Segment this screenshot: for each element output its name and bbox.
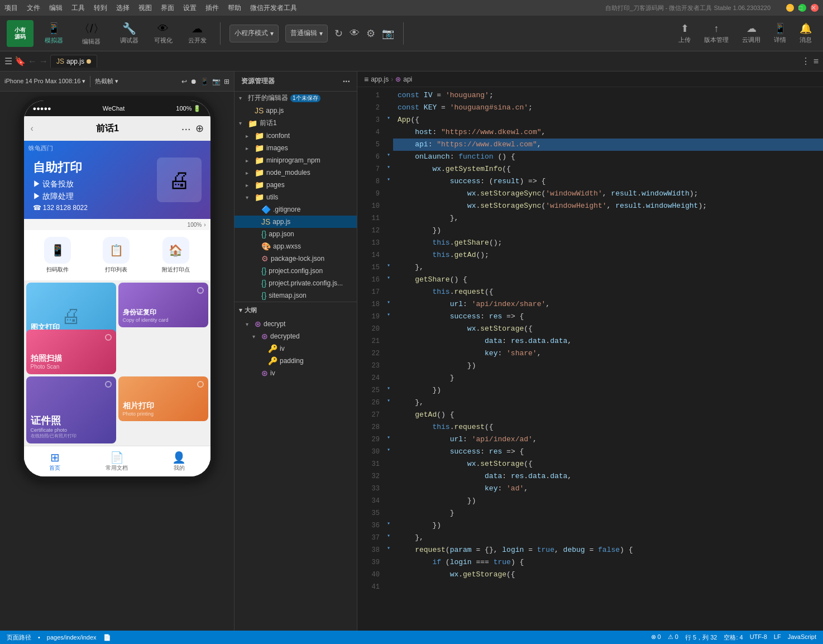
nav-home[interactable]: ⊞ 首页 bbox=[24, 446, 86, 476]
menu-item-weixin[interactable]: 微信开发者工具 bbox=[250, 3, 297, 13]
menu-item-file[interactable]: 文件 bbox=[27, 3, 40, 13]
feature-list[interactable]: 📋 打印列表 bbox=[103, 237, 130, 274]
back-ctrl[interactable]: ↩ bbox=[181, 78, 187, 85]
tree-sitemap[interactable]: {} sitemap.json bbox=[235, 289, 357, 302]
bookmark-icon[interactable]: 🔖 bbox=[15, 56, 26, 66]
fold-7[interactable]: ▾ bbox=[384, 161, 393, 173]
hotshot-btn[interactable]: 热截帧 ▾ bbox=[95, 77, 118, 85]
outline-decrypt[interactable]: ▾ ⊛ decrypt bbox=[235, 318, 357, 330]
tree-node-modules[interactable]: ▸ 📁 node_modules bbox=[235, 166, 357, 179]
window-close[interactable]: ✕ bbox=[811, 4, 819, 12]
nav-forward-icon[interactable]: → bbox=[39, 56, 48, 66]
menu-item-goto[interactable]: 转到 bbox=[94, 3, 107, 13]
record-ctrl[interactable]: ⏺ bbox=[190, 78, 197, 85]
mode-dropdown[interactable]: 小程序模式 ▾ bbox=[229, 25, 279, 42]
grid-cert-photo[interactable]: 证件照 Certificate photo 在线拍照/已有照片打印 bbox=[26, 376, 116, 443]
preview-btn[interactable]: ☁ 云调用 bbox=[738, 20, 765, 46]
tree-projectprivate[interactable]: {} project.private.config.js... bbox=[235, 277, 357, 289]
file-explorer-more[interactable]: ··· bbox=[343, 77, 350, 87]
device-selector[interactable]: iPhone 14 Pro Max 1008:16 ▾ bbox=[4, 78, 85, 85]
compile-btn[interactable]: ⬆ 上传 bbox=[674, 20, 695, 46]
fold-31[interactable]: ▾ bbox=[384, 431, 393, 443]
status-warnings[interactable]: ⚠ 0 bbox=[668, 633, 678, 642]
screenshot-ctrl[interactable]: 📷 bbox=[212, 78, 221, 85]
fold-6[interactable]: ▾ bbox=[384, 149, 393, 161]
fold-16[interactable]: ▾ bbox=[384, 259, 393, 271]
code-editor-area[interactable]: 12345 678910 1112131415 1617181920 21222… bbox=[357, 87, 823, 631]
compile-dropdown[interactable]: 普通编辑 ▾ bbox=[285, 25, 328, 42]
status-row-col[interactable]: 行 5，列 32 bbox=[685, 633, 717, 642]
menu-item-tools[interactable]: 工具 bbox=[71, 3, 85, 13]
tree-miniprogram-npm[interactable]: ▸ 📁 miniprogram_npm bbox=[235, 154, 357, 166]
outline-header[interactable]: ▾ 大纲 bbox=[235, 302, 357, 318]
status-errors[interactable]: ⊗ 0 bbox=[651, 633, 661, 642]
fold-32[interactable]: ▾ bbox=[384, 443, 393, 456]
compile-icon[interactable]: ⚙ bbox=[366, 27, 375, 40]
refresh-icon[interactable]: ↻ bbox=[334, 27, 343, 40]
breadcrumb-api[interactable]: api bbox=[403, 75, 412, 83]
real-btn[interactable]: 📱 详情 bbox=[769, 20, 791, 46]
phone-ctrl[interactable]: 📱 bbox=[200, 78, 209, 85]
split-view-icon[interactable]: ⋮ bbox=[801, 56, 810, 66]
tree-gitignore[interactable]: 🔷 .gitignore bbox=[235, 203, 357, 216]
fold-39[interactable]: ▾ bbox=[384, 517, 393, 529]
status-line-ending[interactable]: LF bbox=[774, 633, 781, 642]
outline-padding[interactable]: 🔑 padding bbox=[235, 355, 357, 367]
fold-40[interactable]: ▾ bbox=[384, 529, 393, 542]
tree-images[interactable]: ▸ 📁 images bbox=[235, 142, 357, 154]
version-btn[interactable]: ↑ 版本管理 bbox=[700, 21, 733, 46]
fold-19[interactable]: ▾ bbox=[384, 296, 393, 308]
menu-item-select[interactable]: 选择 bbox=[116, 3, 130, 13]
fold-3[interactable]: ▾ bbox=[384, 112, 393, 124]
menu-item-settings[interactable]: 设置 bbox=[183, 3, 197, 13]
menu-item-interface[interactable]: 界面 bbox=[161, 3, 174, 13]
feature-scan[interactable]: 📱 扫码取件 bbox=[44, 237, 71, 274]
menu-item-help[interactable]: 帮助 bbox=[228, 3, 241, 13]
fold-17[interactable]: ▾ bbox=[384, 271, 393, 284]
tree-appwxss[interactable]: 🎨 app.wxss bbox=[235, 240, 357, 252]
breadcrumb-appjs[interactable]: app.js bbox=[371, 75, 389, 83]
menu-item-plugins[interactable]: 插件 bbox=[205, 3, 219, 13]
editor-button[interactable]: 〈/〉 编辑器 bbox=[74, 19, 109, 48]
fold-41[interactable]: ▾ bbox=[384, 542, 393, 554]
tree-appjson[interactable]: {} app.json bbox=[235, 228, 357, 240]
tree-appjs[interactable]: JS app.js bbox=[235, 216, 357, 228]
menu-item-view[interactable]: 视图 bbox=[138, 3, 152, 13]
eye-icon[interactable]: 👁 bbox=[350, 27, 360, 39]
status-encoding[interactable]: UTF-8 bbox=[750, 633, 767, 642]
fold-8[interactable]: ▾ bbox=[384, 173, 393, 185]
outline-iv2[interactable]: ⊛ iv bbox=[235, 367, 357, 379]
grid-photo-scan[interactable]: 拍照扫描 Photo Scan bbox=[26, 330, 116, 374]
more-tabs-icon[interactable]: ≡ bbox=[814, 56, 819, 66]
fold-27[interactable]: ▾ bbox=[384, 382, 393, 394]
tree-utils[interactable]: ▾ 📁 utils bbox=[235, 191, 357, 203]
qr-icon[interactable]: 📷 bbox=[382, 27, 394, 40]
sidebar-toggle-icon[interactable]: ☰ bbox=[4, 56, 12, 66]
feature-nearby[interactable]: 🏠 附近打印点 bbox=[162, 237, 190, 274]
status-language[interactable]: JavaScript bbox=[788, 633, 816, 642]
nav-back-icon[interactable]: ← bbox=[28, 56, 37, 66]
tree-iconfont[interactable]: ▸ 📁 iconfont bbox=[235, 130, 357, 142]
visible-button[interactable]: 👁 可视化 bbox=[150, 20, 177, 47]
nav-docs[interactable]: 📄 常用文档 bbox=[86, 446, 148, 476]
simulator-button[interactable]: 📱 模拟器 bbox=[40, 20, 68, 47]
fold-28[interactable]: ▾ bbox=[384, 394, 393, 407]
tab-appjs[interactable]: JS app.js bbox=[50, 55, 97, 68]
message-btn[interactable]: 🔔 消息 bbox=[795, 20, 816, 46]
outline-iv[interactable]: 🔑 iv bbox=[235, 342, 357, 355]
tree-pages[interactable]: ▸ 📁 pages bbox=[235, 179, 357, 191]
root-folder[interactable]: ▾ 📁 前话1 bbox=[235, 117, 357, 130]
window-minimize[interactable]: ─ bbox=[786, 4, 794, 12]
status-path-value[interactable]: pages/index/index bbox=[47, 634, 97, 641]
tree-appjs-open[interactable]: JS app.js bbox=[235, 104, 357, 117]
open-editors-header[interactable]: ▾ 打开的编辑器 1个未保存 bbox=[235, 92, 357, 104]
window-maximize[interactable]: □ bbox=[798, 4, 806, 12]
nav-profile[interactable]: 👤 我的 bbox=[148, 446, 210, 476]
cloud-button[interactable]: ☁ 云开发 bbox=[184, 20, 211, 47]
tree-packagelock[interactable]: ⚙ package-lock.json bbox=[235, 252, 357, 265]
fold-20[interactable]: ▾ bbox=[384, 308, 393, 321]
grid-id-card[interactable]: 身份证复印 Copy of identity card bbox=[118, 283, 208, 327]
debugger-button[interactable]: 🔧 调试器 bbox=[116, 20, 143, 47]
menu-item-edit[interactable]: 编辑 bbox=[49, 3, 63, 13]
grid-photo-print[interactable]: 相片打印 Photo printing bbox=[118, 376, 208, 421]
